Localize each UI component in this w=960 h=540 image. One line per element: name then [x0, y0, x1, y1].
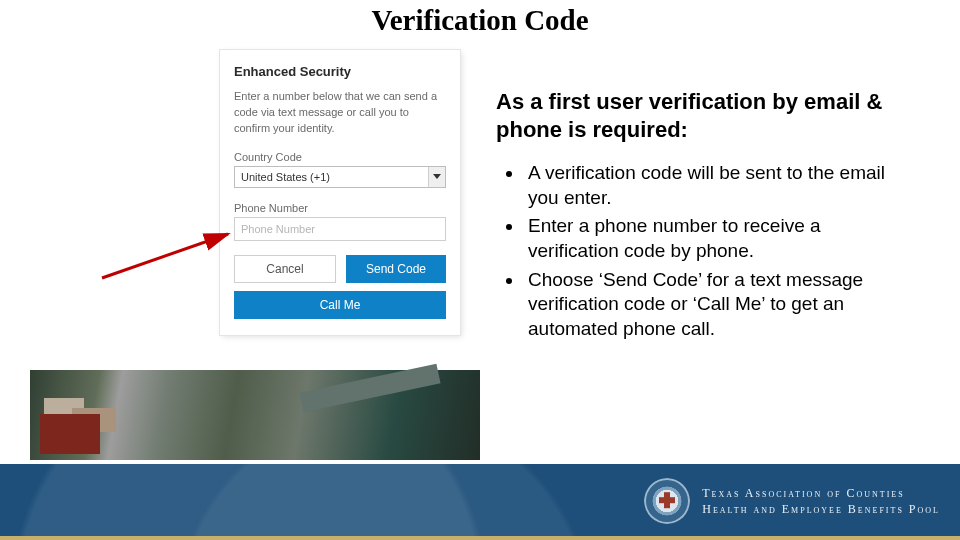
call-me-button[interactable]: Call Me [234, 291, 446, 319]
brand-lockup: Texas Association of Counties Health and… [644, 478, 940, 524]
brand-line-2: Health and Employee Benefits Pool [702, 501, 940, 517]
brand-seal-icon [644, 478, 690, 524]
brand-text: Texas Association of Counties Health and… [702, 485, 940, 517]
country-code-label: Country Code [234, 151, 446, 163]
country-code-value: United States (+1) [241, 171, 330, 183]
phone-number-input[interactable] [234, 217, 446, 241]
send-code-button[interactable]: Send Code [346, 255, 446, 283]
list-item: Enter a phone number to receive a verifi… [524, 214, 910, 263]
brand-footer: Texas Association of Counties Health and… [0, 464, 960, 540]
svg-line-0 [102, 234, 228, 278]
instructions-heading: As a first user verification by email & … [496, 88, 910, 143]
country-code-select[interactable]: United States (+1) [234, 166, 446, 188]
phone-number-label: Phone Number [234, 202, 446, 214]
slide: Verification Code Enhanced Security Ente… [0, 0, 960, 540]
cancel-button[interactable]: Cancel [234, 255, 336, 283]
instructions-block: As a first user verification by email & … [496, 88, 910, 346]
panel-heading: Enhanced Security [234, 64, 446, 79]
red-arrow-annotation [100, 228, 240, 280]
brand-line-1: Texas Association of Counties [702, 485, 940, 501]
chevron-down-icon [428, 167, 445, 187]
enhanced-security-panel: Enhanced Security Enter a number below t… [220, 50, 460, 335]
page-title: Verification Code [0, 4, 960, 37]
button-row: Cancel Send Code [234, 255, 446, 283]
list-item: A verification code will be sent to the … [524, 161, 910, 210]
panel-description: Enter a number below that we can send a … [234, 89, 446, 137]
list-item: Choose ‘Send Code’ for a text message ve… [524, 268, 910, 342]
instructions-list: A verification code will be sent to the … [496, 161, 910, 342]
aerial-photo-background [30, 370, 480, 460]
